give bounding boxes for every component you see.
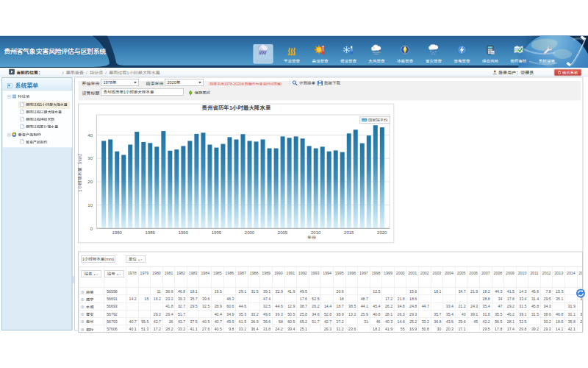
svg-text:20: 20 <box>87 180 93 184</box>
svg-text:2020: 2020 <box>377 230 387 235</box>
svg-text:10: 10 <box>87 203 93 208</box>
svg-text:2000: 2000 <box>245 230 255 235</box>
svg-text:2015: 2015 <box>344 230 354 235</box>
svg-text:年份: 年份 <box>307 235 316 240</box>
svg-text:40: 40 <box>87 133 93 138</box>
svg-text:30: 30 <box>87 156 93 160</box>
svg-text:1990: 1990 <box>179 230 189 235</box>
svg-text:1995: 1995 <box>212 230 222 235</box>
svg-text:2010: 2010 <box>311 230 321 235</box>
svg-text:2005: 2005 <box>278 230 288 235</box>
svg-text:1小时降水量（mm）: 1小时降水量（mm） <box>78 151 82 191</box>
svg-text:1985: 1985 <box>146 230 156 235</box>
svg-text:1980: 1980 <box>112 230 123 235</box>
svg-text:贵州省历年1小时最大降水量: 贵州省历年1小时最大降水量 <box>201 105 271 111</box>
svg-text:国家站平均: 国家站平均 <box>368 118 387 122</box>
